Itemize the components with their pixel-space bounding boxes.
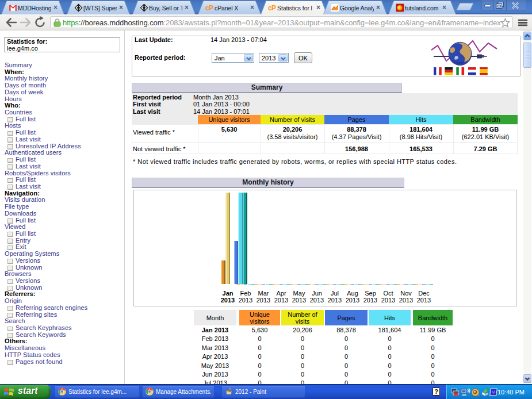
svg-text:?: ?	[434, 388, 438, 395]
svg-text:P: P	[209, 4, 213, 12]
svg-text:P: P	[271, 4, 276, 12]
